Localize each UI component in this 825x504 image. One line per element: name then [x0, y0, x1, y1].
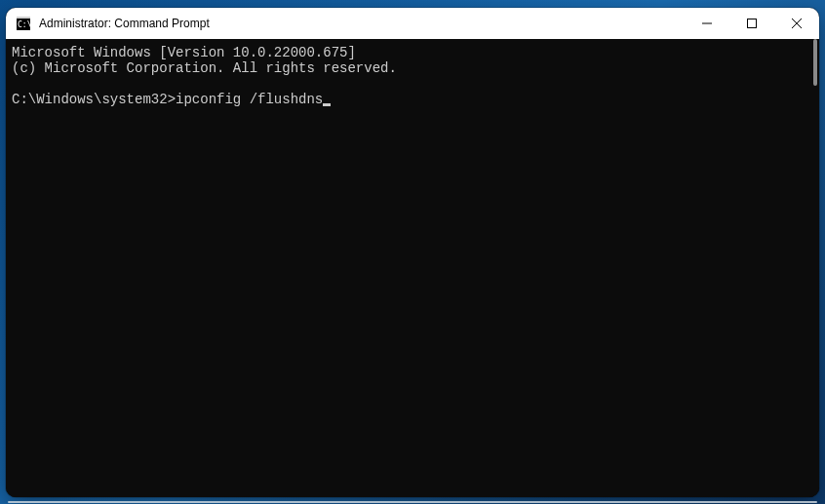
- terminal-area[interactable]: Microsoft Windows [Version 10.0.22000.67…: [6, 39, 819, 497]
- svg-rect-2: [17, 17, 30, 19]
- blank-line: [12, 76, 819, 92]
- minimize-icon: [702, 19, 712, 28]
- cmd-icon: C:\: [16, 16, 31, 31]
- maximize-icon: [747, 19, 757, 28]
- window-controls: [685, 8, 819, 39]
- banner-version-line: Microsoft Windows [Version 10.0.22000.67…: [12, 45, 819, 60]
- typed-command: ipconfig /flushdns: [176, 92, 323, 107]
- close-button[interactable]: [774, 8, 819, 39]
- close-icon: [792, 19, 802, 28]
- maximize-button[interactable]: [729, 8, 774, 39]
- svg-text:C:\: C:\: [18, 20, 31, 29]
- bottom-edge-highlight: [8, 501, 817, 503]
- text-cursor: [323, 103, 331, 106]
- banner-copyright-line: (c) Microsoft Corporation. All rights re…: [12, 60, 819, 76]
- svg-rect-5: [748, 19, 757, 28]
- command-prompt-window: C:\ Administrator: Command Prompt: [6, 8, 819, 497]
- prompt-line: C:\Windows\system32>ipconfig /flushdns: [12, 92, 819, 107]
- titlebar[interactable]: C:\ Administrator: Command Prompt: [6, 8, 819, 39]
- window-title: Administrator: Command Prompt: [39, 17, 685, 30]
- scrollbar-track[interactable]: [804, 39, 819, 497]
- prompt-text: C:\Windows\system32>: [12, 92, 176, 107]
- scrollbar-thumb[interactable]: [813, 39, 817, 86]
- minimize-button[interactable]: [685, 8, 729, 39]
